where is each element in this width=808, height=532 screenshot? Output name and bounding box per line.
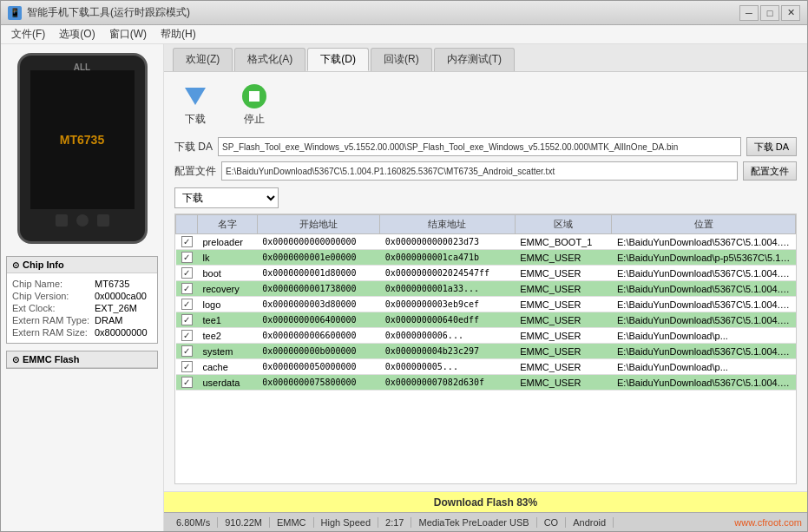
row-name: lk bbox=[198, 250, 258, 266]
tab-readback[interactable]: 回读(R) bbox=[371, 48, 432, 71]
row-location: E:\BaiduYunDownload\5367C\5.1.004.P1.160… bbox=[612, 297, 796, 312]
row-location: E:\BaiduYunDownload\p... bbox=[612, 328, 796, 344]
row-location: E:\BaiduYunDownload\p... bbox=[612, 359, 796, 375]
config-button[interactable]: 配置文件 bbox=[743, 161, 797, 181]
chip-row-name: Chip Name: MT6735 bbox=[12, 279, 152, 289]
window-title: 智能手机下载工具(运行时跟踪模式) bbox=[27, 5, 739, 20]
menu-file[interactable]: 文件(F) bbox=[4, 25, 52, 43]
row-start: 0x0000000001e00000 bbox=[257, 250, 379, 266]
table-row: boot 0x0000000001d80000 0x00000000020245… bbox=[176, 266, 796, 281]
config-input[interactable] bbox=[221, 161, 738, 181]
row-region: EMMC_USER bbox=[515, 344, 612, 359]
row-checkbox-cell[interactable] bbox=[176, 297, 198, 312]
row-name: tee2 bbox=[198, 328, 258, 344]
menu-options[interactable]: 选项(O) bbox=[52, 25, 102, 43]
row-end: 0x0000000002024547ff bbox=[380, 266, 516, 281]
row-end: 0x0000000001a33... bbox=[380, 281, 516, 297]
emmc-icon: ⊙ bbox=[12, 355, 19, 365]
chip-info-icon: ⊙ bbox=[12, 260, 19, 270]
table-row: tee1 0x0000000006400000 0x000000000640ed… bbox=[176, 312, 796, 328]
da-input[interactable] bbox=[218, 137, 741, 156]
row-checkbox-cell[interactable] bbox=[176, 266, 198, 281]
da-row: 下载 DA 下载 DA bbox=[174, 137, 797, 156]
chip-info-panel: ⊙ Chip Info Chip Name: MT6735 Chip Versi… bbox=[6, 256, 158, 344]
da-label: 下载 DA bbox=[174, 140, 213, 154]
tab-format[interactable]: 格式化(A) bbox=[234, 48, 305, 71]
maximize-button[interactable]: □ bbox=[760, 5, 779, 21]
row-checkbox[interactable] bbox=[181, 314, 193, 325]
row-location: E:\BaiduYunDownload\5367C\5.1.004.P1.160… bbox=[612, 266, 796, 281]
phone-display: ALL MT6735 bbox=[17, 53, 148, 244]
row-checkbox[interactable] bbox=[181, 252, 193, 263]
row-end: 0x000000004b23c297 bbox=[380, 344, 516, 359]
chip-info-content: Chip Name: MT6735 Chip Version: 0x0000ca… bbox=[7, 273, 157, 343]
chip-row-version: Chip Version: 0x0000ca00 bbox=[12, 291, 152, 301]
row-checkbox-cell[interactable] bbox=[176, 234, 198, 250]
left-panel: ALL MT6735 ⊙ Chip Info bbox=[1, 44, 164, 531]
download-button[interactable]: 下载 bbox=[174, 79, 216, 130]
stop-square-icon bbox=[249, 91, 259, 102]
driver-info: MediaTek PreLoader USB bbox=[411, 517, 536, 528]
chip-name-value: MT6735 bbox=[95, 279, 129, 289]
row-checkbox[interactable] bbox=[181, 283, 193, 294]
row-checkbox[interactable] bbox=[181, 345, 193, 357]
co-indicator: CO bbox=[537, 517, 567, 528]
chip-row-ram-size: Extern RAM Size: 0x80000000 bbox=[12, 327, 152, 338]
bottom-bar: 6.80M/s 910.22M EMMC High Speed 2:17 Med… bbox=[164, 512, 807, 531]
row-checkbox-cell[interactable] bbox=[176, 359, 198, 375]
chip-info-header[interactable]: ⊙ Chip Info bbox=[7, 257, 157, 273]
close-button[interactable]: ✕ bbox=[781, 5, 800, 21]
row-checkbox-cell[interactable] bbox=[176, 344, 198, 359]
row-checkbox[interactable] bbox=[181, 377, 193, 388]
chip-version-label: Chip Version: bbox=[12, 291, 95, 301]
download-panel: 下载 停止 下载 DA bbox=[164, 72, 807, 491]
minimize-button[interactable]: ─ bbox=[739, 5, 759, 21]
row-region: EMMC_USER bbox=[515, 250, 612, 266]
speed-type: High Speed bbox=[314, 517, 379, 528]
row-checkbox[interactable] bbox=[181, 299, 193, 310]
row-checkbox-cell[interactable] bbox=[176, 375, 198, 391]
row-location: E:\BaiduYunDownload\5367C\5.1.004.P1.160… bbox=[612, 344, 796, 359]
row-checkbox[interactable] bbox=[181, 236, 193, 247]
row-checkbox[interactable] bbox=[181, 330, 193, 341]
row-checkbox-cell[interactable] bbox=[176, 312, 198, 328]
speed-indicator: 6.80M/s bbox=[169, 517, 218, 528]
emmc-header[interactable]: ⊙ EMMC Flash bbox=[7, 351, 157, 368]
row-checkbox[interactable] bbox=[181, 267, 193, 279]
row-name: userdata bbox=[198, 375, 258, 391]
stop-button[interactable]: 停止 bbox=[233, 79, 275, 130]
window-controls: ─ □ ✕ bbox=[739, 5, 800, 21]
phone-menu-btn bbox=[97, 214, 109, 227]
watermark-text: www.cfroot.com bbox=[734, 517, 802, 528]
tabs: 欢迎(Z) 格式化(A) 下载(D) 回读(R) 内存测试(T) bbox=[164, 44, 807, 72]
row-end: 0x000000005... bbox=[380, 359, 516, 375]
status-text: Download Flash 83% bbox=[434, 496, 537, 509]
chip-info-title: Chip Info bbox=[23, 259, 64, 270]
main-content: ALL MT6735 ⊙ Chip Info bbox=[1, 44, 807, 531]
row-checkbox-cell[interactable] bbox=[176, 328, 198, 344]
da-button[interactable]: 下载 DA bbox=[746, 137, 797, 156]
tab-memory-test[interactable]: 内存测试(T) bbox=[434, 48, 515, 71]
menu-window[interactable]: 窗口(W) bbox=[102, 25, 154, 43]
row-checkbox-cell[interactable] bbox=[176, 281, 198, 297]
row-end: 0x000000000640edff bbox=[380, 312, 516, 328]
download-mode-select[interactable]: 下载 bbox=[174, 187, 279, 208]
config-row: 配置文件 配置文件 bbox=[174, 161, 797, 181]
row-start: 0x0000000001738000 bbox=[257, 281, 379, 297]
chip-ram-size-label: Extern RAM Size: bbox=[12, 327, 95, 338]
row-start: 0x0000000075800000 bbox=[257, 375, 379, 391]
tab-welcome[interactable]: 欢迎(Z) bbox=[173, 48, 233, 71]
row-location: E:\BaiduYunDownload\5367C\5.1.004.P1.160… bbox=[612, 281, 796, 297]
row-location: E:\BaiduYunDownload\5367C\5.1.004.P1.160… bbox=[612, 312, 796, 328]
chip-clock-label: Ext Clock: bbox=[12, 303, 95, 313]
row-name: boot bbox=[198, 266, 258, 281]
chip-row-clock: Ext Clock: EXT_26M bbox=[12, 303, 152, 313]
menu-help[interactable]: 帮助(H) bbox=[154, 25, 203, 43]
phone-back-btn bbox=[56, 214, 68, 227]
row-name: logo bbox=[198, 297, 258, 312]
tab-download[interactable]: 下载(D) bbox=[307, 48, 369, 71]
row-checkbox-cell[interactable] bbox=[176, 250, 198, 266]
title-bar: 📱 智能手机下载工具(运行时跟踪模式) ─ □ ✕ bbox=[1, 1, 807, 25]
table-row: system 0x000000000b000000 0x000000004b23… bbox=[176, 344, 796, 359]
row-checkbox[interactable] bbox=[181, 361, 193, 372]
